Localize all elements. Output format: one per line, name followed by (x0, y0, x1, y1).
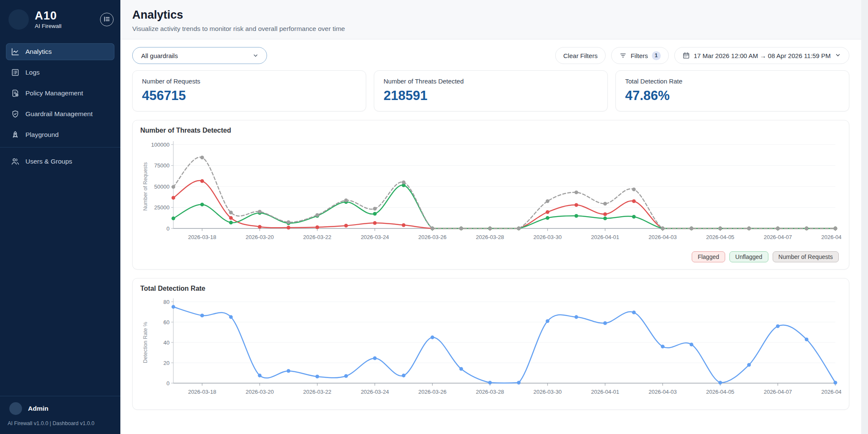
sidebar-logo: A10 AI Firewall (0, 0, 120, 37)
sidebar-item-label: Logs (25, 69, 40, 76)
sidebar-item-logs[interactable]: Logs (6, 64, 114, 81)
stat-card: Total Detection Rate 47.86% (615, 70, 849, 111)
collapse-sidebar-button[interactable] (100, 13, 114, 26)
svg-text:2026-03-24: 2026-03-24 (361, 389, 389, 395)
svg-text:2026-03-28: 2026-03-28 (476, 234, 504, 240)
guardrail-select[interactable]: All guardrails (132, 47, 267, 64)
sidebar-item-label: Guardrail Management (25, 110, 93, 118)
chevron-down-icon (835, 52, 841, 60)
guardrail-select-value: All guardrails (141, 52, 178, 59)
page-title: Analytics (132, 8, 856, 22)
sidebar-nav: Analytics Logs Policy Management Guardra… (0, 37, 120, 174)
sidebar-item-label: Users & Groups (25, 158, 72, 165)
stat-value: 47.86% (625, 88, 840, 103)
scrollbar[interactable] (861, 0, 868, 434)
filters-button[interactable]: Filters 1 (611, 47, 669, 64)
logo-avatar (8, 9, 29, 30)
stat-card: Number of Requests 456715 (132, 70, 366, 111)
user-name: Admin (28, 405, 48, 412)
detection-rate-chart-card: Total Detection Rate 0204060802026-03-18… (132, 278, 849, 410)
filters-label: Filters (631, 52, 648, 59)
svg-text:2026-03-26: 2026-03-26 (418, 389, 447, 395)
page-subtitle: Visualize activity trends to monitor ris… (132, 25, 856, 33)
svg-text:2026-03-20: 2026-03-20 (245, 389, 274, 395)
content: All guardrails Clear Filters Filters (120, 39, 868, 410)
user-row[interactable]: Admin (8, 402, 113, 415)
sidebar: A10 AI Firewall Analytics Logs Policy Ma… (0, 0, 120, 434)
sidebar-item-label: Playground (25, 131, 58, 139)
chart-line-icon (11, 47, 19, 56)
stat-label: Number of Requests (142, 78, 356, 85)
stat-value: 218591 (384, 88, 598, 103)
date-range-picker[interactable]: 17 Mar 2026 12:00 AM → 08 Apr 2026 11:59… (674, 47, 849, 64)
chart-legend: FlaggedUnflaggedNumber of Requests (140, 251, 839, 262)
chart-title: Total Detection Rate (140, 285, 841, 292)
threats-chart-card: Number of Threats Detected 0250005000075… (132, 120, 849, 270)
clear-filters-button[interactable]: Clear Filters (555, 47, 606, 64)
clear-filters-label: Clear Filters (563, 52, 598, 59)
sidebar-item-guardrail-management[interactable]: Guardrail Management (6, 106, 114, 122)
svg-text:2026-03-30: 2026-03-30 (534, 234, 562, 240)
svg-text:2026-04-05: 2026-04-05 (706, 234, 734, 240)
svg-text:2026-03-28: 2026-03-28 (476, 389, 504, 395)
stats-row: Number of Requests 456715 Number of Thre… (132, 70, 849, 111)
svg-text:2026-03-26: 2026-03-26 (418, 234, 447, 240)
calendar-icon (682, 52, 690, 59)
svg-text:2026-04-03: 2026-04-03 (648, 389, 677, 395)
sidebar-item-label: Analytics (25, 48, 52, 56)
sidebar-footer: Admin AI Firewall v1.0.0 | Dashboard v1.… (0, 396, 120, 434)
svg-text:2026-04-01: 2026-04-01 (591, 389, 619, 395)
chart-title: Number of Threats Detected (140, 127, 841, 134)
svg-text:2026-03-22: 2026-03-22 (303, 389, 331, 395)
filters-count-badge: 1 (652, 51, 661, 60)
filter-row: All guardrails Clear Filters Filters (132, 47, 849, 64)
date-range-value: 17 Mar 2026 12:00 AM → 08 Apr 2026 11:59… (694, 52, 831, 59)
sidebar-item-analytics[interactable]: Analytics (6, 43, 114, 60)
svg-text:2026-04-05: 2026-04-05 (706, 389, 734, 395)
svg-text:75000: 75000 (154, 162, 170, 169)
sidebar-item-policy-management[interactable]: Policy Management (6, 85, 114, 102)
svg-text:100000: 100000 (151, 142, 170, 148)
filter-actions: Clear Filters Filters 1 17 Mar 2026 12 (555, 47, 849, 64)
stat-label: Total Detection Rate (625, 78, 840, 85)
legend-chip-number-of-requests[interactable]: Number of Requests (773, 251, 839, 262)
svg-text:25000: 25000 (154, 204, 170, 211)
svg-text:2026-03-18: 2026-03-18 (188, 234, 217, 240)
menu-indent-icon (103, 15, 111, 25)
legend-chip-flagged[interactable]: Flagged (692, 251, 725, 262)
version-text: AI Firewall v1.0.0 | Dashboard v1.0.0 (8, 420, 113, 426)
logo-text: A10 AI Firewall (35, 10, 61, 29)
svg-text:2026-03-24: 2026-03-24 (361, 234, 389, 240)
svg-text:80: 80 (164, 299, 170, 305)
logo-title: A10 (35, 10, 61, 22)
sidebar-spacer (0, 174, 120, 396)
user-avatar (9, 402, 22, 415)
svg-text:2026-04-09: 2026-04-09 (821, 389, 841, 395)
svg-text:0: 0 (167, 225, 170, 232)
svg-text:2026-04-09: 2026-04-09 (821, 234, 841, 240)
svg-text:2026-03-30: 2026-03-30 (534, 389, 562, 395)
svg-text:2026-03-18: 2026-03-18 (188, 389, 217, 395)
logs-icon (11, 68, 19, 77)
chevron-down-icon (252, 52, 259, 59)
svg-text:2026-04-01: 2026-04-01 (591, 234, 619, 240)
svg-text:50000: 50000 (154, 184, 170, 190)
svg-text:2026-04-07: 2026-04-07 (764, 389, 792, 395)
svg-text:2026-03-22: 2026-03-22 (303, 234, 331, 240)
sidebar-item-users-groups[interactable]: Users & Groups (6, 153, 114, 170)
svg-text:40: 40 (164, 339, 170, 346)
svg-text:0: 0 (167, 380, 170, 387)
logo-subtitle: AI Firewall (35, 23, 61, 29)
svg-text:20: 20 (164, 360, 170, 366)
app-window: A10 AI Firewall Analytics Logs Policy Ma… (0, 0, 868, 434)
svg-text:Detection Rate %: Detection Rate % (142, 322, 148, 363)
users-icon (11, 157, 19, 166)
stat-label: Number of Threats Detected (384, 78, 598, 85)
svg-text:2026-03-20: 2026-03-20 (245, 234, 274, 240)
page-header: Analytics Visualize activity trends to m… (120, 0, 868, 39)
sidebar-item-playground[interactable]: Playground (6, 126, 114, 143)
policy-doc-icon (11, 89, 19, 97)
rocket-icon (11, 131, 19, 139)
sidebar-divider (0, 147, 120, 147)
legend-chip-unflagged[interactable]: Unflagged (729, 251, 768, 262)
